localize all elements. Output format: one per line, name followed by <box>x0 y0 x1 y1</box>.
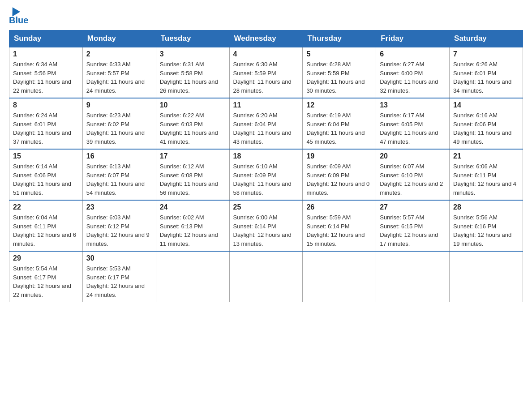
week-row-2: 8Sunrise: 6:24 AMSunset: 6:01 PMDaylight… <box>9 98 523 149</box>
day-info: Sunrise: 6:19 AMSunset: 6:04 PMDaylight:… <box>306 111 372 146</box>
calendar-cell: 26Sunrise: 5:59 AMSunset: 6:14 PMDayligh… <box>303 200 376 251</box>
day-info: Sunrise: 6:28 AMSunset: 5:59 PMDaylight:… <box>306 60 372 95</box>
day-number: 20 <box>380 152 446 160</box>
day-number: 26 <box>306 203 372 211</box>
calendar-cell: 15Sunrise: 6:14 AMSunset: 6:06 PMDayligh… <box>9 149 83 200</box>
calendar-cell: 21Sunrise: 6:06 AMSunset: 6:11 PMDayligh… <box>450 149 523 200</box>
week-row-5: 29Sunrise: 5:54 AMSunset: 6:17 PMDayligh… <box>9 251 523 302</box>
day-info: Sunrise: 6:03 AMSunset: 6:12 PMDaylight:… <box>86 213 152 248</box>
day-number: 27 <box>380 203 446 211</box>
day-info: Sunrise: 6:16 AMSunset: 6:06 PMDaylight:… <box>453 111 519 146</box>
calendar-cell <box>156 251 229 302</box>
logo: Blue <box>9 9 28 26</box>
calendar-cell: 28Sunrise: 5:56 AMSunset: 6:16 PMDayligh… <box>450 200 523 251</box>
week-row-3: 15Sunrise: 6:14 AMSunset: 6:06 PMDayligh… <box>9 149 523 200</box>
day-info: Sunrise: 6:30 AMSunset: 5:59 PMDaylight:… <box>233 60 299 95</box>
week-row-4: 22Sunrise: 6:04 AMSunset: 6:11 PMDayligh… <box>9 200 523 251</box>
calendar-cell <box>376 251 450 302</box>
day-number: 6 <box>380 50 446 58</box>
day-number: 15 <box>13 152 79 160</box>
day-number: 30 <box>86 254 152 262</box>
calendar-cell: 12Sunrise: 6:19 AMSunset: 6:04 PMDayligh… <box>303 98 376 149</box>
day-number: 7 <box>453 50 519 58</box>
page-header: Blue <box>9 9 523 26</box>
day-number: 21 <box>453 152 519 160</box>
calendar-cell: 29Sunrise: 5:54 AMSunset: 6:17 PMDayligh… <box>9 251 83 302</box>
day-info: Sunrise: 5:53 AMSunset: 6:17 PMDaylight:… <box>86 264 152 299</box>
calendar-cell: 20Sunrise: 6:07 AMSunset: 6:10 PMDayligh… <box>376 149 450 200</box>
day-number: 1 <box>13 50 79 58</box>
calendar-table: SundayMondayTuesdayWednesdayThursdayFrid… <box>9 30 523 302</box>
day-info: Sunrise: 5:57 AMSunset: 6:15 PMDaylight:… <box>380 213 446 248</box>
day-number: 8 <box>13 101 79 109</box>
calendar-cell: 14Sunrise: 6:16 AMSunset: 6:06 PMDayligh… <box>450 98 523 149</box>
day-number: 28 <box>453 203 519 211</box>
day-info: Sunrise: 6:00 AMSunset: 6:14 PMDaylight:… <box>233 213 299 248</box>
day-info: Sunrise: 6:22 AMSunset: 6:03 PMDaylight:… <box>160 111 226 146</box>
calendar-cell: 24Sunrise: 6:02 AMSunset: 6:13 PMDayligh… <box>156 200 229 251</box>
weekday-header-friday: Friday <box>376 30 450 47</box>
calendar-cell: 19Sunrise: 6:09 AMSunset: 6:09 PMDayligh… <box>303 149 376 200</box>
day-number: 16 <box>86 152 152 160</box>
day-info: Sunrise: 6:02 AMSunset: 6:13 PMDaylight:… <box>160 213 226 248</box>
calendar-cell: 23Sunrise: 6:03 AMSunset: 6:12 PMDayligh… <box>82 200 156 251</box>
calendar-cell: 2Sunrise: 6:33 AMSunset: 5:57 PMDaylight… <box>82 47 156 98</box>
calendar-cell <box>450 251 523 302</box>
day-number: 13 <box>380 101 446 109</box>
day-info: Sunrise: 6:31 AMSunset: 5:58 PMDaylight:… <box>160 60 226 95</box>
weekday-header-monday: Monday <box>82 30 156 47</box>
day-number: 5 <box>306 50 372 58</box>
day-info: Sunrise: 5:59 AMSunset: 6:14 PMDaylight:… <box>306 213 372 248</box>
calendar-cell: 7Sunrise: 6:26 AMSunset: 6:01 PMDaylight… <box>450 47 523 98</box>
day-info: Sunrise: 6:27 AMSunset: 6:00 PMDaylight:… <box>380 60 446 95</box>
day-info: Sunrise: 6:20 AMSunset: 6:04 PMDaylight:… <box>233 111 299 146</box>
calendar-cell: 1Sunrise: 6:34 AMSunset: 5:56 PMDaylight… <box>9 47 83 98</box>
day-info: Sunrise: 6:33 AMSunset: 5:57 PMDaylight:… <box>86 60 152 95</box>
day-info: Sunrise: 6:13 AMSunset: 6:07 PMDaylight:… <box>86 162 152 197</box>
day-info: Sunrise: 6:12 AMSunset: 6:08 PMDaylight:… <box>160 162 226 197</box>
day-info: Sunrise: 6:09 AMSunset: 6:09 PMDaylight:… <box>306 162 372 197</box>
day-number: 10 <box>160 101 226 109</box>
day-number: 14 <box>453 101 519 109</box>
day-number: 3 <box>160 50 226 58</box>
day-number: 11 <box>233 101 299 109</box>
weekday-header-thursday: Thursday <box>303 30 376 47</box>
day-number: 12 <box>306 101 372 109</box>
day-number: 24 <box>160 203 226 211</box>
day-number: 4 <box>233 50 299 58</box>
calendar-cell: 17Sunrise: 6:12 AMSunset: 6:08 PMDayligh… <box>156 149 229 200</box>
day-info: Sunrise: 6:26 AMSunset: 6:01 PMDaylight:… <box>453 60 519 95</box>
weekday-header-wednesday: Wednesday <box>229 30 303 47</box>
weekday-header-tuesday: Tuesday <box>156 30 229 47</box>
day-info: Sunrise: 5:56 AMSunset: 6:16 PMDaylight:… <box>453 213 519 248</box>
day-info: Sunrise: 5:54 AMSunset: 6:17 PMDaylight:… <box>13 264 79 299</box>
weekday-header-row: SundayMondayTuesdayWednesdayThursdayFrid… <box>9 30 523 47</box>
day-number: 17 <box>160 152 226 160</box>
calendar-cell: 25Sunrise: 6:00 AMSunset: 6:14 PMDayligh… <box>229 200 303 251</box>
day-info: Sunrise: 6:04 AMSunset: 6:11 PMDaylight:… <box>13 213 79 248</box>
day-number: 2 <box>86 50 152 58</box>
weekday-header-saturday: Saturday <box>450 30 523 47</box>
day-info: Sunrise: 6:06 AMSunset: 6:11 PMDaylight:… <box>453 162 519 197</box>
calendar-cell: 13Sunrise: 6:17 AMSunset: 6:05 PMDayligh… <box>376 98 450 149</box>
day-info: Sunrise: 6:34 AMSunset: 5:56 PMDaylight:… <box>13 60 79 95</box>
day-number: 23 <box>86 203 152 211</box>
week-row-1: 1Sunrise: 6:34 AMSunset: 5:56 PMDaylight… <box>9 47 523 98</box>
calendar-cell: 18Sunrise: 6:10 AMSunset: 6:09 PMDayligh… <box>229 149 303 200</box>
day-number: 25 <box>233 203 299 211</box>
day-info: Sunrise: 6:07 AMSunset: 6:10 PMDaylight:… <box>380 162 446 197</box>
calendar-cell: 11Sunrise: 6:20 AMSunset: 6:04 PMDayligh… <box>229 98 303 149</box>
logo-subtitle: Blue <box>9 15 28 26</box>
calendar-cell <box>229 251 303 302</box>
day-number: 29 <box>13 254 79 262</box>
calendar-cell: 10Sunrise: 6:22 AMSunset: 6:03 PMDayligh… <box>156 98 229 149</box>
calendar-cell: 6Sunrise: 6:27 AMSunset: 6:00 PMDaylight… <box>376 47 450 98</box>
calendar-cell: 16Sunrise: 6:13 AMSunset: 6:07 PMDayligh… <box>82 149 156 200</box>
day-number: 18 <box>233 152 299 160</box>
day-info: Sunrise: 6:10 AMSunset: 6:09 PMDaylight:… <box>233 162 299 197</box>
calendar-cell: 5Sunrise: 6:28 AMSunset: 5:59 PMDaylight… <box>303 47 376 98</box>
weekday-header-sunday: Sunday <box>9 30 83 47</box>
calendar-cell <box>303 251 376 302</box>
day-info: Sunrise: 6:14 AMSunset: 6:06 PMDaylight:… <box>13 162 79 197</box>
calendar-cell: 4Sunrise: 6:30 AMSunset: 5:59 PMDaylight… <box>229 47 303 98</box>
